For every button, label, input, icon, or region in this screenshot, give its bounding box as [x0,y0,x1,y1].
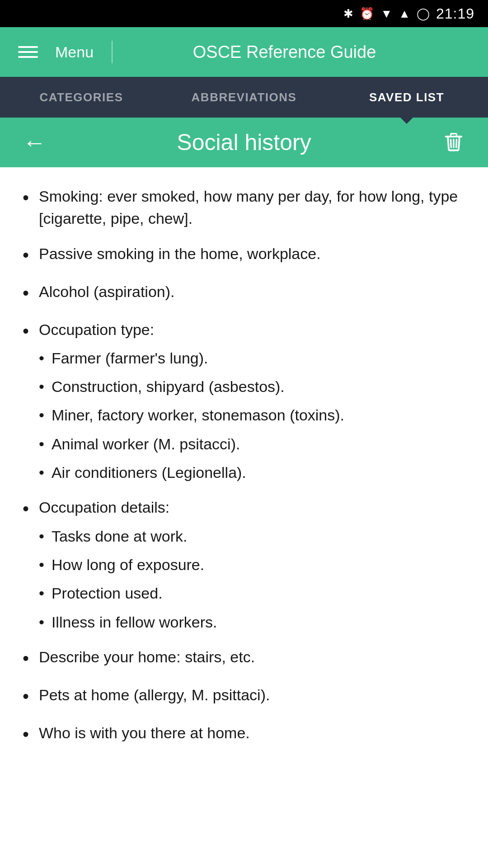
signal-icon: ▲ [399,7,410,21]
menu-line-3 [18,56,38,58]
list-item: Occupation details: • Tasks done at work… [23,496,465,633]
list-item: Describe your home: stairs, etc. [23,646,465,671]
sub-item: • Miner, factory worker, stonemason (tox… [39,404,465,426]
sub-item-text: Protection used. [52,582,163,604]
sub-item-text: Farmer (farmer's lung). [52,347,208,369]
sub-bullet: • [39,462,44,484]
delete-button[interactable] [437,125,470,160]
list-item-text: Occupation details: • Tasks done at work… [39,496,465,633]
content-area: Smoking: ever smoked, how many per day, … [0,167,488,787]
sub-item: • Tasks done at work. [39,525,465,547]
sub-bullet: • [39,525,44,547]
list-item-text: Passive smoking in the home, workplace. [39,243,465,265]
sub-items-group: • Tasks done at work. • How long of expo… [39,525,465,633]
sub-item-text: How long of exposure. [52,554,204,576]
list-item: Occupation type: • Farmer (farmer's lung… [23,319,465,484]
alarm-icon: ⏰ [360,7,374,21]
list-item-text: Describe your home: stairs, etc. [39,646,465,668]
sub-item: • Farmer (farmer's lung). [39,347,465,369]
sub-bullet: • [39,404,44,426]
sub-item-text: Miner, factory worker, stonemason (toxin… [52,404,344,426]
sub-item: • Protection used. [39,582,465,604]
sub-item-text: Animal worker (M. psitacci). [52,433,240,455]
list-item: Who is with you there at home. [23,722,465,747]
list-item-text: Smoking: ever smoked, how many per day, … [39,185,465,230]
battery-icon: ◯ [417,7,430,21]
tab-categories[interactable]: CATEGORIES [0,77,163,118]
sub-bullet: • [39,433,44,455]
back-arrow-icon: ← [23,129,46,156]
list-item: Passive smoking in the home, workplace. [23,243,465,268]
sub-bullet: • [39,376,44,398]
app-title: OSCE Reference Guide [131,42,438,62]
list-item: Alcohol (aspiration). [23,281,465,306]
tab-categories-label: CATEGORIES [40,90,123,104]
status-icons: ✱ ⏰ ▼ ▲ ◯ 21:19 [343,5,474,22]
sub-item: • Animal worker (M. psitacci). [39,433,465,455]
sub-item: • Illness in fellow workers. [39,611,465,633]
sub-item-text: Illness in fellow workers. [52,611,217,633]
tab-saved-list[interactable]: SAVED LIST [325,77,488,118]
svg-line-3 [456,140,457,147]
sub-bullet: • [39,611,44,633]
list-item: Smoking: ever smoked, how many per day, … [23,185,465,230]
menu-button[interactable] [14,42,42,62]
status-time: 21:19 [436,5,474,22]
menu-line-1 [18,46,38,48]
menu-label[interactable]: Menu [55,43,94,61]
sub-item: • Construction, shipyard (asbestos). [39,376,465,398]
sub-items-group: • Farmer (farmer's lung). • Construction… [39,347,465,484]
content-list: Smoking: ever smoked, how many per day, … [23,185,465,747]
sub-item: • How long of exposure. [39,554,465,576]
status-bar: ✱ ⏰ ▼ ▲ ◯ 21:19 [0,0,488,27]
list-item-text: Occupation type: • Farmer (farmer's lung… [39,319,465,484]
tab-bar: CATEGORIES ABBREVIATIONS SAVED LIST [0,77,488,118]
list-item-text: Who is with you there at home. [39,722,465,744]
svg-line-2 [451,140,451,147]
sub-bullet: • [39,554,44,576]
sub-item-text: Tasks done at work. [52,525,187,547]
section-header: ← Social history [0,118,488,167]
sub-bullet: • [39,347,44,369]
sub-item: • Air conditioners (Legionella). [39,462,465,484]
sub-item-text: Construction, shipyard (asbestos). [52,376,285,398]
bluetooth-icon: ✱ [343,7,353,21]
tab-abbreviations-label: ABBREVIATIONS [192,90,297,104]
sub-bullet: • [39,582,44,604]
tab-saved-list-label: SAVED LIST [369,90,444,104]
sub-item-text: Air conditioners (Legionella). [52,462,246,484]
list-item-text: Pets at home (allergy, M. psittaci). [39,684,465,706]
menu-line-2 [18,51,38,53]
tab-active-indicator [399,117,414,124]
back-button[interactable]: ← [18,126,51,159]
trash-icon [442,130,465,153]
tab-abbreviations[interactable]: ABBREVIATIONS [163,77,325,118]
list-item-text: Alcohol (aspiration). [39,281,465,303]
header-divider [112,41,113,63]
section-title: Social history [51,129,437,156]
list-item: Pets at home (allergy, M. psittaci). [23,684,465,709]
app-header: Menu OSCE Reference Guide [0,27,488,77]
wifi-icon: ▼ [380,7,392,21]
